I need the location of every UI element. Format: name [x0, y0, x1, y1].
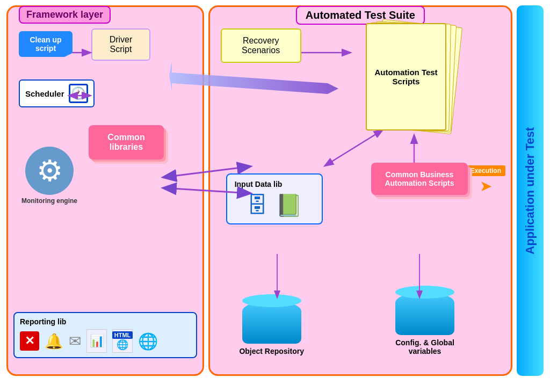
excel-green-icon: 📗: [276, 193, 302, 218]
common-libraries: Common libraries: [89, 125, 164, 159]
monitoring-engine: ⚙ Monitoring engine: [21, 147, 77, 205]
scheduler-label: Scheduler: [25, 89, 64, 98]
execution-arrow: Execution ➤: [466, 165, 505, 195]
reporting-lib: Reporting lib ✕ 🔔 ✉ 📊 HTML 🌐 🌐: [13, 312, 197, 358]
framework-title: Framework layer: [19, 6, 111, 24]
error-icon: ✕: [20, 331, 39, 351]
config-cylinder: [395, 292, 454, 335]
input-data-icons: 🗄 📗: [235, 193, 314, 218]
database-icon: 🗄: [247, 193, 268, 217]
paper-main: Automation Test Scripts: [366, 23, 446, 130]
excel-icon: 📊: [86, 329, 107, 353]
app-under-test: Application under Test: [517, 5, 544, 376]
reporting-lib-title: Reporting lib: [20, 317, 191, 326]
ie-icon: 🌐: [138, 332, 158, 351]
config-global: Config. & Global variables: [382, 292, 468, 355]
object-repo-cylinder: [242, 301, 301, 344]
monitoring-label: Monitoring engine: [21, 197, 77, 205]
paper-stack: Automation Test Scripts: [366, 23, 452, 141]
clock-icon: 🕐: [69, 84, 88, 103]
bell-icon: 🔔: [45, 332, 63, 350]
driver-script: Driver Script: [91, 28, 150, 61]
object-repo: Object Repository: [231, 301, 312, 355]
common-libraries-card: Common libraries: [89, 125, 164, 159]
reporting-icons: ✕ 🔔 ✉ 📊 HTML 🌐 🌐: [20, 329, 191, 353]
execution-label: Execution: [466, 165, 505, 176]
html-icon: HTML 🌐: [112, 329, 133, 353]
app-under-test-label: Application under Test: [523, 127, 537, 255]
gear-icon: ⚙: [25, 147, 74, 195]
main-container: Framework layer Clean up script Driver S…: [6, 5, 544, 387]
object-repo-label: Object Repository: [239, 347, 304, 355]
config-label: Config. & Global variables: [382, 338, 468, 355]
automated-suite: Automated Test Suite Recovery Scenarios …: [208, 5, 512, 376]
mail-icon: ✉: [69, 332, 81, 350]
automation-scripts: Automation Test Scripts: [366, 23, 457, 141]
scheduler-box: Scheduler 🕐: [19, 79, 95, 107]
cleanup-script: Clean up script: [19, 31, 73, 57]
cba-scripts: Common Business Automation Scripts: [371, 163, 468, 195]
framework-layer: Framework layer Clean up script Driver S…: [6, 5, 204, 376]
input-data-lib: Input Data lib 🗄 📗: [226, 173, 323, 224]
input-data-title: Input Data lib: [235, 180, 314, 188]
recovery-scenarios: Recovery Scenarios: [221, 28, 301, 63]
cba-card: Common Business Automation Scripts: [371, 163, 468, 195]
arrow-right-icon: ➤: [480, 177, 492, 195]
